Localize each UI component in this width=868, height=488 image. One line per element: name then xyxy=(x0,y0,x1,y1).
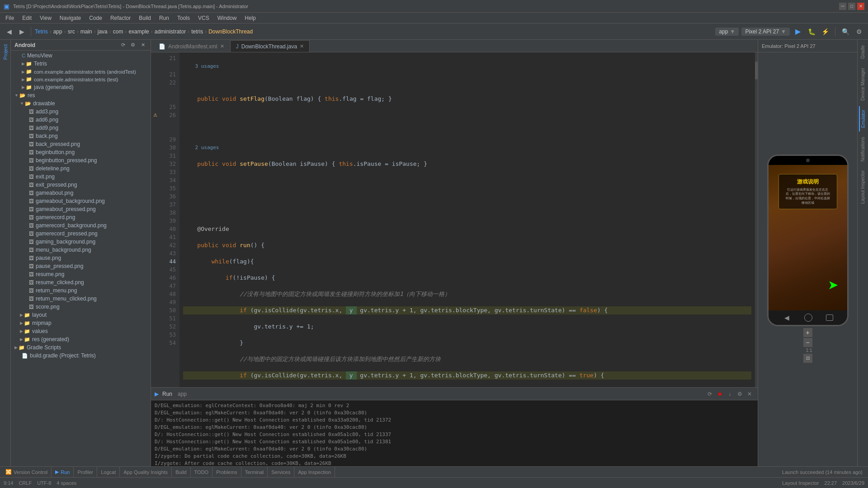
sidebar-item-resume-clicked[interactable]: 🖼resume_clicked.png xyxy=(11,278,151,286)
breadcrumb-src[interactable]: src xyxy=(68,28,75,35)
menu-build[interactable]: Build xyxy=(135,14,155,22)
run-stop-btn[interactable]: ■ xyxy=(715,389,724,399)
bt-profiler[interactable]: Profiler xyxy=(74,467,97,478)
tab-close-downblockthread[interactable]: ✕ xyxy=(300,43,304,49)
sidebar-gradle[interactable]: Gradle xyxy=(859,42,866,62)
bt-version-control[interactable]: 🔀 Version Control xyxy=(2,467,52,478)
sidebar-item-values[interactable]: ▶📁values xyxy=(11,327,151,335)
next-arrow[interactable]: ➤ xyxy=(828,277,838,292)
settings-button[interactable]: ⚙ xyxy=(854,26,864,37)
maximize-button[interactable]: □ xyxy=(848,3,855,10)
menu-file[interactable]: File xyxy=(2,14,18,22)
run-close-btn[interactable]: ✕ xyxy=(745,389,754,399)
sidebar-item-beginbutton[interactable]: 🖼beginbutton.png xyxy=(11,148,151,156)
sidebar-item-return-menu[interactable]: 🖼return_menu.png xyxy=(11,286,151,295)
run-restart-btn[interactable]: ⟳ xyxy=(705,389,714,399)
sidebar-item-add3[interactable]: 🖼add3.png xyxy=(11,108,151,116)
menu-refactor[interactable]: Refactor xyxy=(107,14,134,22)
sidebar-item-gameabout-bg[interactable]: 🖼gameabout_background.png xyxy=(11,197,151,205)
sidebar-layout-inspector[interactable]: Layout Inspector xyxy=(859,167,866,207)
bt-app-quality[interactable]: App Quality Insights xyxy=(120,467,172,478)
sidebar-item-java-generated[interactable]: ▶ 📁 java (generated) xyxy=(11,83,151,91)
phone-screen[interactable]: 游戏说明 它运行游戏界面发生在左右左右，位置右向下移动，该位置的时候，出现的位置… xyxy=(769,165,847,310)
code-editor[interactable]: ⚠ 21 21 22 25 26 29 30 31 3 xyxy=(151,52,758,387)
zoom-out-button[interactable]: − xyxy=(803,338,812,347)
sidebar-item-gameabout[interactable]: 🖼gameabout.png xyxy=(11,189,151,197)
sidebar-sync-btn[interactable]: ⟳ xyxy=(119,41,127,49)
sidebar-item-androidtest[interactable]: ▶ 📁 com.example.administrator.tetris (an… xyxy=(11,68,151,75)
breadcrumb-app[interactable]: app xyxy=(53,28,62,35)
sidebar-item-test[interactable]: ▶ 📁 com.example.administrator.tetris (te… xyxy=(11,75,151,83)
profile-button[interactable]: ⚡ xyxy=(820,26,830,37)
tab-androidmanifest[interactable]: 📄 AndroidManifest.xml ✕ xyxy=(153,40,230,52)
code-content[interactable]: 3 usages public void setFlag(Boolean fla… xyxy=(179,52,755,387)
sidebar-gear-btn[interactable]: ⚙ xyxy=(129,41,137,49)
bt-app-inspection[interactable]: App Inspection xyxy=(294,467,335,478)
sidebar-item-gaming-bg[interactable]: 🖼gaming_background.png xyxy=(11,238,151,246)
sidebar-item-mipmap[interactable]: ▶📁mipmap xyxy=(11,319,151,327)
sidebar-item-menuview[interactable]: C MenuView xyxy=(11,52,151,60)
sidebar-item-gamerecord[interactable]: 🖼gamerecord.png xyxy=(11,213,151,221)
sidebar-item-tetris[interactable]: ▶ 📁 Tetris xyxy=(11,60,151,68)
breadcrumb-main[interactable]: main xyxy=(80,28,92,35)
sidebar-emulator[interactable]: Emulator xyxy=(859,106,867,131)
run-scroll-btn[interactable]: ↓ xyxy=(725,389,734,399)
sidebar-item-res[interactable]: ▼ 📂 res xyxy=(11,91,151,99)
sidebar-item-exit-pressed[interactable]: 🖼exit_pressed.png xyxy=(11,181,151,189)
phone-recents-btn[interactable] xyxy=(826,314,833,321)
bt-run[interactable]: ▶ Run xyxy=(52,467,74,478)
position-indicator[interactable]: 9:14 xyxy=(4,480,13,486)
sidebar-item-gamerecord-bg[interactable]: 🖼gamerecord_background.png xyxy=(11,221,151,230)
sidebar-item-pause[interactable]: 🖼pause.png xyxy=(11,254,151,262)
breadcrumb-com[interactable]: com xyxy=(113,28,123,35)
bt-problems[interactable]: Problems xyxy=(212,467,241,478)
sidebar-item-resume[interactable]: 🖼resume.png xyxy=(11,270,151,278)
bt-terminal[interactable]: Terminal xyxy=(241,467,268,478)
menu-help[interactable]: Help xyxy=(241,14,259,22)
menu-run[interactable]: Run xyxy=(156,14,173,22)
zoom-in-button[interactable]: + xyxy=(803,328,812,337)
menu-view[interactable]: View xyxy=(36,14,55,22)
breadcrumb-java[interactable]: java xyxy=(98,28,108,35)
back-button[interactable]: ◀ xyxy=(4,26,14,37)
sidebar-item-build-gradle[interactable]: 📄build.gradle (Project: Tetris) xyxy=(11,352,151,360)
sidebar-item-layout[interactable]: ▶📁layout xyxy=(11,311,151,319)
sidebar-item-gamerecord-pressed[interactable]: 🖼gamerecord_pressed.png xyxy=(11,230,151,238)
sidebar-item-back[interactable]: 🖼back.png xyxy=(11,132,151,140)
sidebar-notifications[interactable]: Notifications xyxy=(859,133,866,165)
sidebar-item-res-generated[interactable]: ▶📁res (generated) xyxy=(11,335,151,343)
sidebar-item-back-pressed[interactable]: 🖼back_pressed.png xyxy=(11,140,151,148)
sidebar-item-deleteline[interactable]: 🖼deleteline.png xyxy=(11,164,151,173)
menu-code[interactable]: Code xyxy=(85,14,106,22)
sidebar-item-gradle-scripts[interactable]: ▶📁Gradle Scripts xyxy=(11,343,151,352)
sidebar-item-exit[interactable]: 🖼exit.png xyxy=(11,173,151,181)
sidebar-item-pause-pressed[interactable]: 🖼pause_pressed.png xyxy=(11,262,151,270)
menu-edit[interactable]: Edit xyxy=(19,14,35,22)
phone-home-btn[interactable] xyxy=(804,314,812,322)
layout-inspector-label[interactable]: Layout Inspector xyxy=(782,480,819,486)
sidebar-item-score[interactable]: 🖼score.png xyxy=(11,303,151,311)
menu-vcs[interactable]: VCS xyxy=(194,14,213,22)
forward-button[interactable]: ▶ xyxy=(16,26,27,37)
tab-downblockthread[interactable]: J DownBlockThread.java ✕ xyxy=(230,40,310,52)
breadcrumb-tetris[interactable]: tetris xyxy=(191,28,203,35)
search-button[interactable]: 🔍 xyxy=(840,26,851,37)
breadcrumb-class[interactable]: DownBlockThread xyxy=(208,28,253,35)
breadcrumb-project[interactable]: Tetris xyxy=(35,28,48,35)
sidebar-item-drawable[interactable]: ▼ 📂 drawable xyxy=(11,99,151,108)
sidebar-item-add6[interactable]: 🖼add6.png xyxy=(11,116,151,124)
sidebar-item-return-menu-clicked[interactable]: 🖼return_menu_clicked.png xyxy=(11,295,151,303)
breadcrumb-example[interactable]: example xyxy=(128,28,149,35)
phone-back-btn[interactable]: ◀ xyxy=(782,314,791,321)
debug-button[interactable]: 🐛 xyxy=(806,26,817,37)
sidebar-tab-project[interactable]: Project xyxy=(2,42,9,62)
menu-navigate[interactable]: Navigate xyxy=(56,14,85,22)
bt-todo[interactable]: TODO xyxy=(191,467,213,478)
bt-services[interactable]: Services xyxy=(268,467,294,478)
minimize-button[interactable]: ─ xyxy=(839,3,846,10)
sidebar-item-menu-bg[interactable]: 🖼menu_background.png xyxy=(11,246,151,254)
run-label[interactable]: Run xyxy=(162,391,172,397)
sidebar-close-btn[interactable]: ✕ xyxy=(139,41,147,49)
bt-build[interactable]: Build xyxy=(172,467,190,478)
close-button[interactable]: ✕ xyxy=(857,3,864,10)
